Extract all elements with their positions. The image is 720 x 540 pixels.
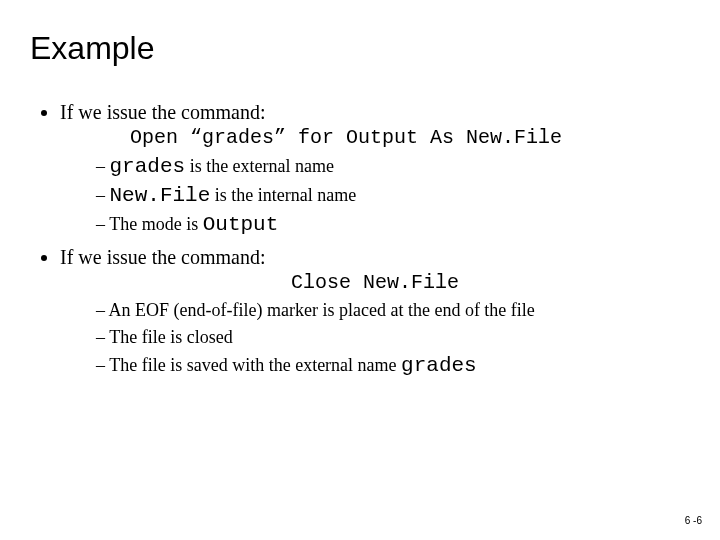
sub2-item-1: An EOF (end-of-file) marker is placed at… [96,300,690,321]
command-2: Close New.File [60,271,690,294]
cmd2-kw-close: Close [291,271,363,294]
cmd1-handle: New.File [466,126,562,149]
sub-list-1: grades is the external name New.File is … [60,155,690,236]
bullet-2-text: If we issue the command: [60,246,266,268]
sub1-3-plain: The mode is [109,214,202,234]
sub1-item-3: The mode is Output [96,213,690,236]
sub2-1-plain: An EOF (end-of-file) marker is placed at… [109,300,535,320]
sub1-1-rest: is the external name [185,156,334,176]
command-1: Open “grades” for Output As New.File [60,126,690,149]
cmd1-kw-open: Open [130,126,190,149]
bullet-1-text: If we issue the command: [60,101,266,123]
sub1-item-2: New.File is the internal name [96,184,690,207]
sub1-item-1: grades is the external name [96,155,690,178]
sub2-item-2: The file is closed [96,327,690,348]
cmd1-middle: for Output As [286,126,466,149]
bullet-2: If we issue the command: Close New.File … [60,246,690,377]
slide: Example If we issue the command: Open “g… [0,0,720,540]
sub2-3-plain: The file is saved with the external name [109,355,401,375]
sub2-2-plain: The file is closed [109,327,232,347]
cmd1-filename: “grades” [190,126,286,149]
slide-number: 6 -6 [685,515,702,526]
sub1-2-code: New.File [110,184,211,207]
cmd2-handle: New.File [363,271,459,294]
sub1-3-code: Output [203,213,279,236]
sub1-1-code: grades [110,155,186,178]
sub2-item-3: The file is saved with the external name… [96,354,690,377]
bullet-list: If we issue the command: Open “grades” f… [30,101,690,377]
bullet-1: If we issue the command: Open “grades” f… [60,101,690,236]
slide-title: Example [30,30,690,67]
sub1-2-rest: is the internal name [210,185,356,205]
sub-list-2: An EOF (end-of-file) marker is placed at… [60,300,690,377]
sub2-3-code: grades [401,354,477,377]
